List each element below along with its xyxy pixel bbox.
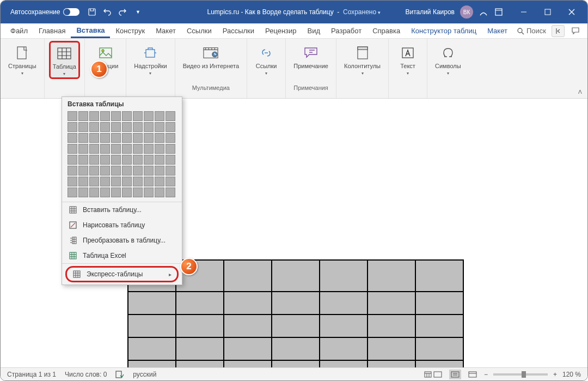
grid-cell[interactable] [133, 188, 143, 197]
zoom-out-button[interactable]: − [484, 371, 488, 378]
table-button[interactable]: Таблица ▾ [49, 41, 80, 79]
grid-cell[interactable] [144, 111, 154, 121]
grid-cell[interactable] [122, 177, 132, 186]
symbols-button[interactable]: Символы ▾ [432, 41, 464, 78]
excel-table-item[interactable]: Таблица Excel [62, 248, 182, 263]
ribbon-display-icon[interactable] [494, 7, 504, 17]
links-button[interactable]: Ссылки ▾ [252, 41, 281, 78]
maximize-button[interactable] [536, 4, 559, 20]
tab-table-layout[interactable]: Макет [482, 23, 513, 38]
pages-button[interactable]: Страницы ▾ [5, 41, 40, 78]
grid-cell[interactable] [166, 122, 175, 132]
grid-cell[interactable] [144, 188, 154, 197]
grid-cell[interactable] [122, 111, 132, 121]
zoom-value[interactable]: 120 % [562, 371, 581, 378]
grid-cell[interactable] [68, 166, 77, 176]
chevron-down-icon[interactable]: ▾ [378, 10, 381, 15]
share-button[interactable] [552, 25, 565, 37]
header-footer-button[interactable]: Колонтитулы ▾ [341, 41, 384, 78]
grid-cell[interactable] [78, 188, 88, 197]
tab-review[interactable]: Рецензир [260, 23, 302, 38]
collapse-ribbon-button[interactable]: ᐱ [578, 89, 582, 95]
tab-layout[interactable]: Макет [150, 23, 181, 38]
grid-cell[interactable] [166, 188, 175, 197]
tab-home[interactable]: Главная [33, 23, 71, 38]
grid-cell[interactable] [122, 133, 132, 143]
grid-cell[interactable] [68, 111, 77, 121]
page-status[interactable]: Страница 1 из 1 [7, 371, 56, 378]
grid-cell[interactable] [166, 155, 175, 165]
word-count[interactable]: Число слов: 0 [65, 371, 107, 378]
grid-cell[interactable] [68, 144, 77, 154]
grid-cell[interactable] [155, 166, 164, 176]
avatar[interactable]: ВК [460, 5, 473, 19]
user-name[interactable]: Виталий Каиров [405, 8, 455, 16]
quick-tables-item[interactable]: Экспресс-таблицы ▸ [65, 266, 179, 282]
grid-cell[interactable] [78, 133, 88, 143]
grid-cell[interactable] [166, 177, 175, 186]
comments-button[interactable] [570, 26, 581, 37]
grid-cell[interactable] [122, 155, 132, 165]
grid-cell[interactable] [133, 122, 143, 132]
zoom-slider[interactable] [493, 373, 548, 376]
grid-cell[interactable] [133, 177, 143, 186]
grid-cell[interactable] [111, 122, 121, 132]
grid-cell[interactable] [100, 188, 110, 197]
tab-insert[interactable]: Вставка [71, 23, 110, 38]
table-size-grid[interactable] [62, 111, 182, 202]
minimize-button[interactable] [512, 4, 535, 20]
macro-icon[interactable] [424, 371, 432, 378]
grid-cell[interactable] [68, 155, 77, 165]
grid-cell[interactable] [68, 177, 77, 186]
grid-cell[interactable] [78, 122, 88, 132]
autosave-toggle[interactable] [63, 8, 79, 16]
grid-cell[interactable] [122, 144, 132, 154]
grid-cell[interactable] [111, 133, 121, 143]
grid-cell[interactable] [133, 166, 143, 176]
spell-check-icon[interactable] [115, 371, 124, 378]
language-status[interactable]: русский [133, 371, 156, 378]
grid-cell[interactable] [144, 122, 154, 132]
grid-cell[interactable] [122, 188, 132, 197]
grid-cell[interactable] [144, 133, 154, 143]
comment-button[interactable]: Примечание [290, 41, 332, 72]
grid-cell[interactable] [68, 122, 77, 132]
grid-cell[interactable] [155, 188, 164, 197]
grid-cell[interactable] [89, 111, 99, 121]
close-button[interactable] [560, 4, 583, 20]
text-button[interactable]: Текст ▾ [393, 41, 422, 78]
tab-mailings[interactable]: Рассылки [217, 23, 260, 38]
grid-cell[interactable] [100, 177, 110, 186]
print-view-button[interactable] [449, 370, 461, 379]
grid-cell[interactable] [89, 133, 99, 143]
search-box[interactable]: Поиск [517, 27, 546, 35]
insert-table-item[interactable]: Вставить таблицу... [62, 202, 182, 217]
grid-cell[interactable] [133, 155, 143, 165]
grid-cell[interactable] [155, 122, 164, 132]
grid-cell[interactable] [100, 166, 110, 176]
grid-cell[interactable] [78, 177, 88, 186]
grid-cell[interactable] [89, 188, 99, 197]
grid-cell[interactable] [166, 133, 175, 143]
grid-cell[interactable] [111, 111, 121, 121]
tab-developer[interactable]: Разработ [326, 23, 367, 38]
grid-cell[interactable] [155, 177, 164, 186]
grid-cell[interactable] [100, 122, 110, 132]
draw-table-item[interactable]: Нарисовать таблицу [62, 217, 182, 233]
grid-cell[interactable] [111, 166, 121, 176]
undo-icon[interactable] [102, 7, 112, 17]
grid-cell[interactable] [89, 122, 99, 132]
grid-cell[interactable] [89, 144, 99, 154]
grid-cell[interactable] [111, 177, 121, 186]
grid-cell[interactable] [155, 144, 164, 154]
draw-icon[interactable] [479, 7, 488, 17]
grid-cell[interactable] [100, 155, 110, 165]
grid-cell[interactable] [144, 155, 154, 165]
convert-table-item[interactable]: Преобразовать в таблицу... [62, 233, 182, 248]
grid-cell[interactable] [133, 111, 143, 121]
grid-cell[interactable] [144, 166, 154, 176]
zoom-in-button[interactable]: + [553, 371, 557, 378]
grid-cell[interactable] [89, 155, 99, 165]
table-row[interactable] [128, 315, 463, 337]
tab-references[interactable]: Ссылки [181, 23, 217, 38]
